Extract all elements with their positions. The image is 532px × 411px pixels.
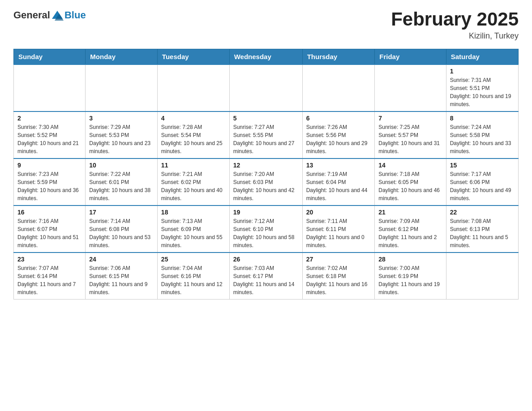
day-number: 28 [378,256,442,263]
title-block: February 2025 Kizilin, Turkey [391,9,519,41]
table-row: 20Sunrise: 7:11 AMSunset: 6:11 PMDayligh… [302,206,375,253]
table-row: 26Sunrise: 7:03 AMSunset: 6:17 PMDayligh… [229,253,302,300]
calendar-table: Sunday Monday Tuesday Wednesday Thursday… [13,49,519,300]
day-number: 1 [450,68,515,75]
table-row: 23Sunrise: 7:07 AMSunset: 6:14 PMDayligh… [14,253,86,300]
day-info: Sunrise: 7:27 AMSunset: 5:55 PMDaylight:… [233,123,299,155]
table-row: 4Sunrise: 7:28 AMSunset: 5:54 PMDaylight… [157,111,229,158]
day-number: 14 [378,162,442,169]
table-row: 16Sunrise: 7:16 AMSunset: 6:07 PMDayligh… [14,206,86,253]
day-number: 6 [306,115,371,122]
day-info: Sunrise: 7:12 AMSunset: 6:10 PMDaylight:… [233,217,299,249]
day-number: 27 [306,256,371,263]
calendar-week-row: 2Sunrise: 7:30 AMSunset: 5:52 PMDaylight… [14,111,519,158]
table-row: 14Sunrise: 7:18 AMSunset: 6:05 PMDayligh… [375,158,446,206]
day-info: Sunrise: 7:29 AMSunset: 5:53 PMDaylight:… [89,123,154,155]
logo-blue-text: Blue [64,9,86,21]
day-number: 11 [161,162,226,169]
table-row: 21Sunrise: 7:09 AMSunset: 6:12 PMDayligh… [375,206,446,253]
logo-general-text: General [13,9,50,21]
day-number: 5 [233,115,299,122]
table-row: 28Sunrise: 7:00 AMSunset: 6:19 PMDayligh… [375,253,446,300]
table-row: 10Sunrise: 7:22 AMSunset: 6:01 PMDayligh… [86,158,158,206]
table-row: 22Sunrise: 7:08 AMSunset: 6:13 PMDayligh… [446,206,518,253]
day-info: Sunrise: 7:08 AMSunset: 6:13 PMDaylight:… [450,217,515,249]
day-number: 21 [378,209,442,216]
day-number: 23 [17,256,82,263]
table-row: 15Sunrise: 7:17 AMSunset: 6:06 PMDayligh… [446,158,518,206]
table-row: 19Sunrise: 7:12 AMSunset: 6:10 PMDayligh… [229,206,302,253]
table-row: 18Sunrise: 7:13 AMSunset: 6:09 PMDayligh… [157,206,229,253]
calendar-week-row: 16Sunrise: 7:16 AMSunset: 6:07 PMDayligh… [14,206,519,253]
table-row: 24Sunrise: 7:06 AMSunset: 6:15 PMDayligh… [86,253,158,300]
table-row: 1Sunrise: 7:31 AMSunset: 5:51 PMDaylight… [446,64,518,111]
col-sunday: Sunday [14,49,86,65]
day-info: Sunrise: 7:19 AMSunset: 6:04 PMDaylight:… [306,170,371,202]
day-info: Sunrise: 7:07 AMSunset: 6:14 PMDaylight:… [17,264,82,296]
day-info: Sunrise: 7:06 AMSunset: 6:15 PMDaylight:… [89,264,154,296]
day-info: Sunrise: 7:24 AMSunset: 5:58 PMDaylight:… [450,123,515,155]
table-row: 27Sunrise: 7:02 AMSunset: 6:18 PMDayligh… [302,253,375,300]
day-info: Sunrise: 7:13 AMSunset: 6:09 PMDaylight:… [161,217,226,249]
logo: General Blue [13,9,86,21]
day-number: 3 [89,115,154,122]
day-info: Sunrise: 7:28 AMSunset: 5:54 PMDaylight:… [161,123,226,155]
table-row: 12Sunrise: 7:20 AMSunset: 6:03 PMDayligh… [229,158,302,206]
day-info: Sunrise: 7:30 AMSunset: 5:52 PMDaylight:… [17,123,82,155]
day-info: Sunrise: 7:17 AMSunset: 6:06 PMDaylight:… [450,170,515,202]
calendar-week-row: 9Sunrise: 7:23 AMSunset: 5:59 PMDaylight… [14,158,519,206]
day-info: Sunrise: 7:02 AMSunset: 6:18 PMDaylight:… [306,264,371,296]
day-info: Sunrise: 7:18 AMSunset: 6:05 PMDaylight:… [378,170,442,202]
day-info: Sunrise: 7:14 AMSunset: 6:08 PMDaylight:… [89,217,154,249]
day-info: Sunrise: 7:22 AMSunset: 6:01 PMDaylight:… [89,170,154,202]
day-info: Sunrise: 7:16 AMSunset: 6:07 PMDaylight:… [17,217,82,249]
col-tuesday: Tuesday [157,49,229,65]
table-row [446,253,518,300]
col-thursday: Thursday [302,49,375,65]
day-number: 8 [450,115,515,122]
table-row: 25Sunrise: 7:04 AMSunset: 6:16 PMDayligh… [157,253,229,300]
day-number: 24 [89,256,154,263]
day-number: 10 [89,162,154,169]
col-monday: Monday [86,49,158,65]
day-info: Sunrise: 7:23 AMSunset: 5:59 PMDaylight:… [17,170,82,202]
table-row: 3Sunrise: 7:29 AMSunset: 5:53 PMDaylight… [86,111,158,158]
table-row [229,64,302,111]
day-number: 7 [378,115,442,122]
day-number: 26 [233,256,299,263]
day-info: Sunrise: 7:31 AMSunset: 5:51 PMDaylight:… [450,76,515,108]
logo-icon [51,9,64,21]
day-number: 19 [233,209,299,216]
day-info: Sunrise: 7:11 AMSunset: 6:11 PMDaylight:… [306,217,371,249]
day-number: 16 [17,209,82,216]
day-info: Sunrise: 7:04 AMSunset: 6:16 PMDaylight:… [161,264,226,296]
day-number: 20 [306,209,371,216]
day-number: 15 [450,162,515,169]
day-number: 18 [161,209,226,216]
table-row: 2Sunrise: 7:30 AMSunset: 5:52 PMDaylight… [14,111,86,158]
table-row [302,64,375,111]
day-number: 13 [306,162,371,169]
calendar-week-row: 1Sunrise: 7:31 AMSunset: 5:51 PMDaylight… [14,64,519,111]
location: Kizilin, Turkey [391,31,519,41]
table-row: 6Sunrise: 7:26 AMSunset: 5:56 PMDaylight… [302,111,375,158]
day-number: 22 [450,209,515,216]
month-title: February 2025 [391,9,519,30]
table-row: 13Sunrise: 7:19 AMSunset: 6:04 PMDayligh… [302,158,375,206]
day-number: 17 [89,209,154,216]
table-row: 5Sunrise: 7:27 AMSunset: 5:55 PMDaylight… [229,111,302,158]
table-row [375,64,446,111]
day-info: Sunrise: 7:25 AMSunset: 5:57 PMDaylight:… [378,123,442,155]
day-info: Sunrise: 7:20 AMSunset: 6:03 PMDaylight:… [233,170,299,202]
day-number: 9 [17,162,82,169]
col-wednesday: Wednesday [229,49,302,65]
table-row: 8Sunrise: 7:24 AMSunset: 5:58 PMDaylight… [446,111,518,158]
table-row [14,64,86,111]
table-row: 7Sunrise: 7:25 AMSunset: 5:57 PMDaylight… [375,111,446,158]
table-row [157,64,229,111]
day-info: Sunrise: 7:26 AMSunset: 5:56 PMDaylight:… [306,123,371,155]
col-saturday: Saturday [446,49,518,65]
day-number: 25 [161,256,226,263]
table-row: 17Sunrise: 7:14 AMSunset: 6:08 PMDayligh… [86,206,158,253]
table-row: 11Sunrise: 7:21 AMSunset: 6:02 PMDayligh… [157,158,229,206]
